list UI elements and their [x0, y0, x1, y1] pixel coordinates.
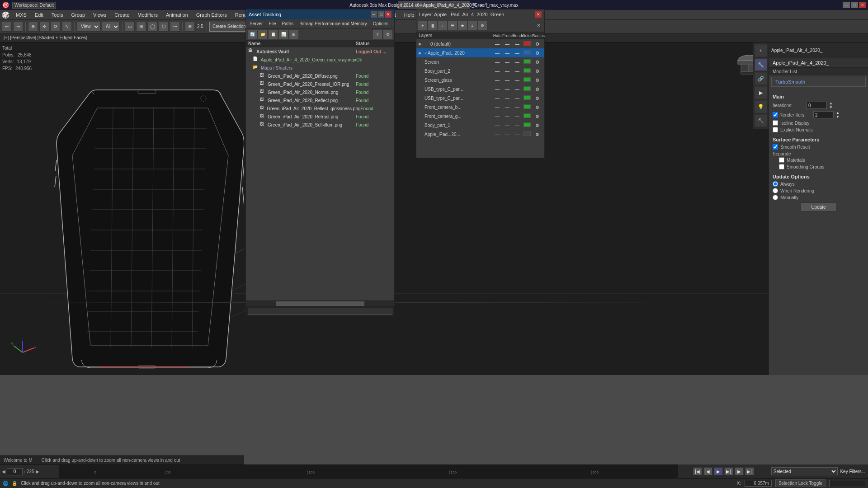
- at-row-fresnel[interactable]: 🖼 Green_iPad_Air_2020_Fresnel_IOR.png Fo…: [246, 80, 394, 88]
- layer-row-screen[interactable]: Screen — — — ⚙: [416, 57, 544, 66]
- layer-row-usb-c-2[interactable]: USB_type_C_par... — — — ⚙: [416, 94, 544, 103]
- layer-row-front-cam-g[interactable]: Front_camera_g... — — — ⚙: [416, 112, 544, 121]
- at-path-input[interactable]: [248, 308, 392, 315]
- status-icon1[interactable]: 🌐: [3, 481, 8, 486]
- menu-create[interactable]: Create: [111, 11, 133, 19]
- menu-group[interactable]: Group: [68, 11, 89, 19]
- key-filters-btn[interactable]: Key Filters...: [840, 469, 865, 474]
- menu-help[interactable]: Help: [401, 11, 418, 19]
- menu-edit[interactable]: Edit: [31, 11, 47, 19]
- menu-modifiers[interactable]: Modifiers: [134, 11, 161, 19]
- close-btn[interactable]: ✕: [859, 2, 866, 8]
- maximize-btn[interactable]: □: [851, 2, 858, 8]
- manually-radio[interactable]: [773, 195, 778, 200]
- layer-row-body-part-2[interactable]: Body_part_2 — — — ⚙: [416, 66, 544, 75]
- at-row-refract[interactable]: 🖼 Green_iPad_Air_2020_Refract.png Found: [246, 113, 394, 121]
- at-settings-btn[interactable]: ⚙: [383, 30, 392, 39]
- update-button[interactable]: Update: [801, 202, 837, 211]
- at-max-btn[interactable]: □: [378, 11, 384, 18]
- at-tb-btn2[interactable]: 📁: [258, 30, 267, 39]
- at-tb-btn3[interactable]: 📋: [269, 30, 278, 39]
- layer-row-default[interactable]: ▶ 0 (default) — — — ⚙: [416, 39, 544, 48]
- materials-checkbox[interactable]: [779, 157, 784, 163]
- always-radio[interactable]: [773, 181, 778, 187]
- at-help-btn[interactable]: ?: [373, 30, 382, 39]
- at-row-main-file[interactable]: 📄 Apple_iPad_Air_4_2020_Green_max_vray.m…: [246, 56, 394, 64]
- prev-frame-btn[interactable]: ◀: [703, 467, 712, 475]
- render-iters-input[interactable]: [813, 111, 834, 118]
- layer-row-body-part-1[interactable]: Body_part_1 — — — ⚙: [416, 121, 544, 130]
- frame-forward-btn[interactable]: ▶: [36, 469, 39, 474]
- menu-graph-editors[interactable]: Graph Editors: [193, 11, 231, 19]
- at-tb-btn5[interactable]: ⊞: [289, 30, 298, 39]
- explicit-normals-checkbox[interactable]: [773, 127, 778, 132]
- scale-btn[interactable]: ⤡: [62, 22, 72, 32]
- at-menu-file[interactable]: File: [267, 21, 278, 27]
- at-close-btn[interactable]: ✕: [385, 11, 392, 18]
- status-icon2[interactable]: 🔒: [12, 481, 17, 486]
- menu-animation[interactable]: Animation: [162, 11, 192, 19]
- at-menu-paths[interactable]: Paths: [280, 21, 296, 27]
- minimize-btn[interactable]: ─: [843, 2, 850, 8]
- lp-new-layer-btn[interactable]: +: [418, 21, 427, 30]
- at-menu-options[interactable]: Options: [371, 21, 390, 27]
- at-menu-bitmap[interactable]: Bitmap Performance and Memory: [297, 21, 369, 27]
- at-scrollbar[interactable]: [246, 300, 394, 306]
- layer-row-apple-ipad[interactable]: ▶ ✓ Apple_iPad...2020 — — — ⚙: [416, 48, 544, 57]
- selected-dropdown[interactable]: Selected: [771, 467, 838, 475]
- view-dropdown[interactable]: View: [77, 22, 100, 32]
- next-frame-btn[interactable]: ▶: [735, 467, 744, 475]
- smoothing-groups-checkbox[interactable]: [779, 164, 784, 169]
- current-frame-input[interactable]: 0: [7, 468, 23, 475]
- layer-row-usb-c[interactable]: USB_type_C_par... — — — ⚙: [416, 84, 544, 94]
- timeline-track[interactable]: 0 50 100 150 200: [59, 465, 769, 478]
- menu-mxs[interactable]: MXS: [12, 11, 30, 19]
- at-tb-btn4[interactable]: 📊: [279, 30, 288, 39]
- move-btn[interactable]: ✛: [39, 22, 49, 32]
- display-icon[interactable]: 💡: [755, 100, 767, 113]
- when-rendering-radio[interactable]: [773, 188, 778, 193]
- at-menu-server[interactable]: Server: [248, 21, 264, 27]
- utilities-icon[interactable]: 🔨: [755, 114, 767, 127]
- lp-add-to-btn[interactable]: ↓: [438, 21, 447, 30]
- redo-btn[interactable]: ↪: [13, 22, 23, 32]
- window-btn[interactable]: ▭: [125, 22, 135, 32]
- create-panel-icon[interactable]: +: [755, 44, 767, 57]
- at-row-normal[interactable]: 🖼 Green_iPad_Air_2020_Normal.png Found: [246, 88, 394, 96]
- menu-views[interactable]: Views: [90, 11, 110, 19]
- lp-close-x[interactable]: ✕: [535, 22, 542, 29]
- at-row-maps-group[interactable]: 📂 Maps / Shaders: [246, 64, 394, 72]
- lp-highlight-btn[interactable]: ★: [458, 21, 467, 30]
- play-realtime-btn[interactable]: ▶|: [724, 467, 733, 475]
- selection-lock-toggle[interactable]: Selection Lock Toggle: [775, 479, 826, 487]
- cross-btn[interactable]: ⊞: [136, 22, 146, 32]
- lp-select-btn[interactable]: ☰: [448, 21, 457, 30]
- layer-row-front-cam-b[interactable]: Front_camera_b... — — — ⚙: [416, 103, 544, 112]
- motion-icon[interactable]: ▶: [755, 86, 767, 99]
- select-btn[interactable]: ⊕: [28, 22, 38, 32]
- iterations-up-icon[interactable]: ▲▼: [829, 101, 833, 109]
- fence-btn[interactable]: ⬡: [159, 22, 169, 32]
- at-row-reflect[interactable]: 🖼 Green_iPad_Air_2020_Reflect.png Found: [246, 96, 394, 104]
- lp-settings-btn[interactable]: ⚙: [478, 21, 487, 30]
- snap-btn[interactable]: ⊕: [185, 22, 195, 32]
- all-dropdown[interactable]: All: [102, 22, 120, 32]
- menu-tools[interactable]: Tools: [48, 11, 67, 19]
- lp-del-layer-btn[interactable]: 🗑: [428, 21, 437, 30]
- isoline-checkbox[interactable]: [773, 120, 778, 126]
- at-min-btn[interactable]: ─: [371, 11, 377, 18]
- hierarchy-icon[interactable]: 🔗: [755, 72, 767, 85]
- render-iters-up-icon[interactable]: ▲▼: [836, 111, 840, 119]
- undo-btn[interactable]: ↩: [2, 22, 12, 32]
- layer-row-screen-glass[interactable]: Screen_glass — — — ⚙: [416, 75, 544, 84]
- modify-panel-icon[interactable]: 🔧: [755, 58, 767, 71]
- at-row-reflect-glossiness[interactable]: 🖼 Green_iPad_Air_2020_Reflect_glossiness…: [246, 104, 394, 113]
- play-btn[interactable]: ▶: [714, 467, 723, 475]
- status-text-input[interactable]: [829, 480, 865, 487]
- smooth-result-checkbox[interactable]: [773, 144, 778, 150]
- frame-back-btn[interactable]: ◀: [2, 469, 5, 474]
- go-end-btn[interactable]: ▶|: [745, 467, 754, 475]
- at-tb-btn1[interactable]: 🔄: [248, 30, 257, 39]
- at-hscroll-thumb[interactable]: [276, 301, 365, 306]
- at-row-self-illum[interactable]: 🖼 Green_iPad_Air_2020_Self-illum.png Fou…: [246, 121, 394, 129]
